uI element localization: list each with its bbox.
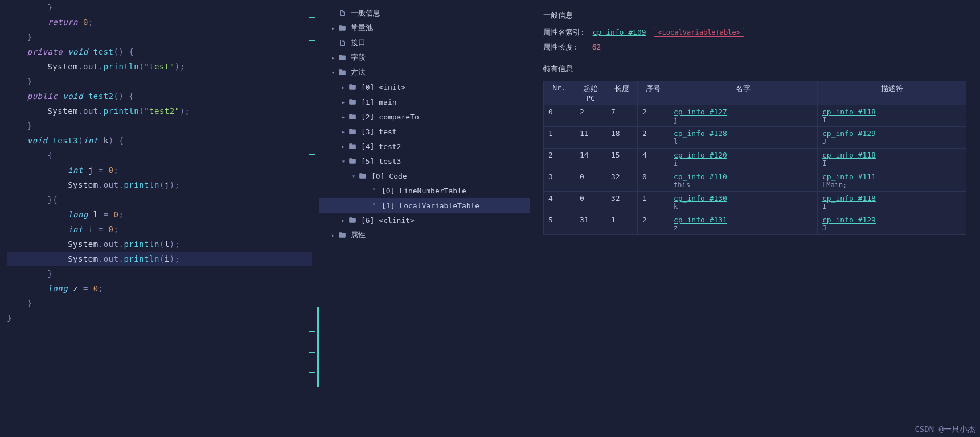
- table-cell: 0: [544, 105, 575, 127]
- table-cell: 11: [575, 127, 606, 149]
- table-cell-name: cp_info #131z: [669, 213, 818, 235]
- tree-item[interactable]: ▸[3] test: [319, 124, 530, 139]
- code-line[interactable]: System.out.println("test");: [7, 59, 312, 74]
- table-row: 214154cp_info #120icp_info #118I: [544, 149, 966, 170]
- cp-info-link[interactable]: cp_info #129: [822, 129, 876, 138]
- tree-item[interactable]: [0] LineNumberTable: [319, 183, 530, 198]
- code-line[interactable]: }: [7, 118, 312, 133]
- chevron-right-icon[interactable]: ▸: [339, 114, 347, 120]
- tree-item[interactable]: [1] LocalVariableTable: [319, 198, 530, 213]
- chevron-right-icon[interactable]: ▸: [339, 143, 347, 150]
- attr-name-index-link[interactable]: cp_info #109: [593, 28, 646, 36]
- table-cell: 2: [638, 105, 669, 127]
- local-variable-table: Nr.起始PC长度序号名字描述符 0272cp_info #127jcp_inf…: [543, 81, 966, 235]
- table-cell: 2: [544, 149, 575, 170]
- structure-tree[interactable]: 一般信息▸常量池接口▸字段▾方法▸[0] <init>▸[1] main▸[2]…: [319, 0, 530, 437]
- tree-item[interactable]: ▾方法: [319, 65, 530, 80]
- table-cell-sub: J: [822, 138, 961, 146]
- table-header-cell: 名字: [669, 81, 818, 105]
- tree-item[interactable]: ▸属性: [319, 228, 530, 242]
- chevron-right-icon[interactable]: ▸: [329, 232, 337, 238]
- code-line[interactable]: {: [7, 148, 312, 163]
- code-line[interactable]: }: [7, 0, 312, 15]
- tree-item[interactable]: 接口: [319, 35, 530, 50]
- tree-item[interactable]: ▾[5] test3: [319, 154, 530, 168]
- tree-item[interactable]: ▸字段: [319, 50, 530, 65]
- table-cell-sub: j: [674, 116, 813, 124]
- code-line[interactable]: int i = 0;: [7, 222, 312, 237]
- code-line[interactable]: long l = 0;: [7, 207, 312, 222]
- chevron-right-icon[interactable]: ▸: [339, 99, 347, 105]
- table-cell-name: cp_info #127j: [669, 105, 818, 127]
- code-line[interactable]: void test3(int k) {: [7, 133, 312, 148]
- tree-item[interactable]: ▸[1] main: [319, 94, 530, 109]
- detail-panel: 一般信息 属性名索引: cp_info #109 <LocalVariableT…: [530, 0, 980, 437]
- table-row: 53112cp_info #131zcp_info #129J: [544, 213, 966, 235]
- tree-item[interactable]: ▸[6] <clinit>: [319, 213, 530, 228]
- chevron-down-icon[interactable]: ▾: [339, 158, 347, 164]
- code-line[interactable]: }: [7, 296, 312, 311]
- cp-info-link[interactable]: cp_info #129: [822, 216, 876, 224]
- table-cell-sub: I: [822, 203, 961, 211]
- code-line[interactable]: }: [7, 311, 312, 325]
- code-line[interactable]: private void test() {: [7, 44, 312, 59]
- table-cell: 1: [606, 213, 638, 235]
- tree-item[interactable]: 一般信息: [319, 6, 530, 20]
- chevron-right-icon[interactable]: ▸: [339, 84, 347, 90]
- cp-info-link[interactable]: cp_info #118: [822, 151, 876, 159]
- code-line[interactable]: System.out.println(i);: [7, 252, 312, 266]
- code-line[interactable]: return 0;: [7, 15, 312, 30]
- table-cell-desc: cp_info #118I: [818, 105, 966, 127]
- cp-info-link[interactable]: cp_info #110: [674, 172, 727, 181]
- tree-item[interactable]: ▾[0] Code: [319, 168, 530, 183]
- code-line[interactable]: public void test2() {: [7, 89, 312, 104]
- tree-item-label: [6] <clinit>: [361, 216, 415, 225]
- file-icon: [337, 9, 347, 17]
- tree-item[interactable]: ▸[4] test2: [319, 139, 530, 154]
- table-cell-sub: J: [822, 224, 961, 232]
- code-line[interactable]: System.out.println("test2");: [7, 104, 312, 118]
- tree-item-label: 属性: [351, 230, 366, 240]
- code-line[interactable]: }: [7, 266, 312, 281]
- cp-info-link[interactable]: cp_info #130: [674, 194, 727, 203]
- chevron-right-icon[interactable]: ▸: [329, 55, 337, 61]
- tree-item[interactable]: ▸[0] <init>: [319, 80, 530, 94]
- tree-item-label: [5] test3: [361, 157, 401, 166]
- tree-item[interactable]: ▸常量池: [319, 20, 530, 35]
- tree-item-label: [1] LocalVariableTable: [382, 201, 479, 210]
- cp-info-link[interactable]: cp_info #118: [822, 108, 876, 116]
- chevron-right-icon[interactable]: ▸: [329, 25, 337, 31]
- folder-icon: [337, 53, 347, 61]
- code-line[interactable]: }: [7, 30, 312, 44]
- code-line[interactable]: }: [7, 74, 312, 89]
- table-header-cell: 描述符: [818, 81, 966, 105]
- chevron-down-icon[interactable]: ▾: [329, 69, 337, 76]
- table-row: 40321cp_info #130kcp_info #118I: [544, 192, 966, 213]
- chevron-right-icon[interactable]: ▸: [339, 217, 347, 224]
- code-line[interactable]: System.out.println(j);: [7, 178, 312, 192]
- table-row: 30320cp_info #110thiscp_info #111LMain;: [544, 170, 966, 192]
- table-cell-name: cp_info #128l: [669, 127, 818, 149]
- cp-info-link[interactable]: cp_info #118: [822, 194, 876, 203]
- table-cell: 32: [606, 192, 638, 213]
- tree-item[interactable]: ▸[2] compareTo: [319, 109, 530, 124]
- table-cell: 18: [606, 127, 638, 149]
- tree-item-label: [4] test2: [361, 142, 401, 151]
- cp-info-link[interactable]: cp_info #131: [674, 216, 727, 224]
- cp-info-link[interactable]: cp_info #127: [674, 108, 727, 116]
- cp-info-link[interactable]: cp_info #120: [674, 151, 727, 159]
- chevron-down-icon[interactable]: ▾: [350, 173, 358, 179]
- tree-item-label: [2] compareTo: [361, 113, 419, 121]
- cp-info-link[interactable]: cp_info #111: [822, 172, 876, 181]
- table-header-cell: 长度: [606, 81, 638, 105]
- code-line[interactable]: long z = 0;: [7, 281, 312, 296]
- code-line[interactable]: System.out.println(l);: [7, 237, 312, 252]
- table-cell: 15: [606, 149, 638, 170]
- chevron-right-icon[interactable]: ▸: [339, 129, 347, 135]
- code-editor[interactable]: } return 0; } private void test() { Syst…: [0, 0, 319, 437]
- cp-info-link[interactable]: cp_info #128: [674, 129, 727, 138]
- table-cell-desc: cp_info #118I: [818, 192, 966, 213]
- folder-icon: [337, 231, 347, 239]
- code-line[interactable]: int j = 0;: [7, 163, 312, 178]
- code-line[interactable]: }{: [7, 192, 312, 207]
